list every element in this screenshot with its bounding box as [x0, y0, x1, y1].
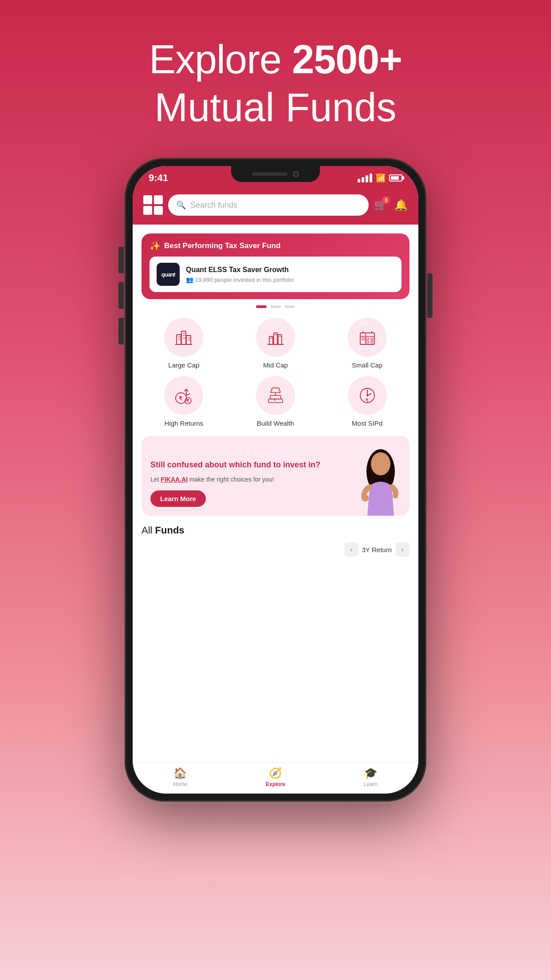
notch-speaker [252, 172, 287, 176]
build-wealth-icon: ₹ [256, 376, 295, 415]
learn-nav-label: Learn [364, 781, 378, 787]
svg-rect-33 [270, 395, 281, 399]
most-sipd-icon: ₹ [348, 376, 387, 415]
svg-point-42 [371, 452, 390, 475]
large-cap-icon [164, 318, 203, 357]
wifi-icon: 📶 [376, 173, 386, 183]
nav-item-home[interactable]: 🏠 Home [133, 767, 228, 787]
status-icons: 📶 [358, 173, 402, 183]
large-cap-label: Large Cap [168, 361, 199, 369]
app-header: 🔍 Search funds 🛒 3 🔔 [133, 187, 418, 225]
fund-name: Quant ELSS Tax Saver Growth [186, 265, 394, 275]
svg-point-43 [362, 494, 369, 502]
svg-rect-21 [362, 338, 364, 340]
svg-text:₹: ₹ [366, 398, 368, 403]
home-nav-label: Home [173, 781, 187, 787]
ai-desc: Let FIKAA.AI make the right choices for … [150, 475, 347, 484]
fund-logo: quant [157, 263, 180, 286]
search-bar[interactable]: 🔍 Search funds [168, 194, 369, 216]
ai-text: Still confused about which fund to inves… [150, 459, 347, 516]
app-content[interactable]: ✨ Best Performing Tax Saver Fund quant Q… [133, 225, 418, 762]
carousel-dot-1[interactable] [256, 305, 267, 308]
high-returns-label: High Returns [165, 419, 204, 427]
svg-point-39 [366, 395, 368, 396]
fund-row[interactable]: quant Quant ELSS Tax Saver Growth 👥 19,8… [150, 257, 401, 292]
return-label: 3Y Return [362, 546, 392, 553]
small-cap-label: Small Cap [352, 361, 382, 369]
signal-bars-icon [358, 174, 372, 182]
category-mid-cap[interactable]: Mid Cap [233, 318, 318, 369]
ai-banner: Still confused about which fund to inves… [142, 436, 409, 516]
people-icon: 👥 [186, 276, 193, 283]
phone-screen: 9:41 📶 🔍 Search funds [133, 166, 418, 794]
svg-rect-23 [371, 338, 373, 340]
cart-wrapper[interactable]: 🛒 3 [374, 199, 387, 211]
build-wealth-label: Build Wealth [257, 419, 294, 427]
status-time: 9:41 [149, 172, 168, 184]
svg-text:₹: ₹ [179, 395, 182, 402]
svg-rect-13 [278, 335, 282, 344]
category-high-returns[interactable]: ₹ ₹ High Returns [142, 376, 226, 427]
return-selector: ‹ 3Y Return › [142, 542, 409, 557]
learn-nav-icon: 🎓 [364, 767, 378, 779]
svg-rect-0 [177, 335, 181, 344]
svg-rect-25 [371, 341, 373, 343]
category-build-wealth[interactable]: ₹ Build Wealth [233, 376, 318, 427]
category-large-cap[interactable]: Large Cap [142, 318, 226, 369]
category-most-sipd[interactable]: ₹ Most SIPd [325, 376, 409, 427]
svg-rect-24 [366, 341, 369, 343]
bottom-nav: 🏠 Home 🧭 Explore 🎓 Learn [133, 762, 418, 794]
nav-item-explore[interactable]: 🧭 Explore [228, 767, 323, 787]
sparkle-icon: ✨ [150, 241, 161, 251]
small-cap-icon [348, 318, 387, 357]
fikaa-highlight: FIKAA.AI [161, 476, 188, 483]
search-placeholder: Search funds [190, 201, 237, 210]
search-icon: 🔍 [176, 200, 186, 210]
return-next-button[interactable]: › [395, 542, 409, 557]
cart-badge: 3 [382, 196, 390, 204]
phone-frame: 9:41 📶 🔍 Search funds [125, 158, 426, 802]
category-small-cap[interactable]: Small Cap [325, 318, 409, 369]
ai-title: Still confused about which fund to inves… [150, 459, 347, 470]
mid-cap-icon [256, 318, 295, 357]
header-actions: 🛒 3 🔔 [374, 199, 408, 211]
carousel-dot-2[interactable] [270, 305, 281, 308]
all-funds-title: All Funds [142, 525, 409, 536]
svg-rect-32 [268, 399, 283, 403]
mid-cap-label: Mid Cap [263, 361, 288, 369]
most-sipd-label: Most SIPd [352, 419, 382, 427]
svg-text:₹: ₹ [186, 399, 189, 403]
notch-camera [293, 171, 299, 177]
explore-nav-label: Explore [266, 781, 285, 787]
grid-menu-icon[interactable] [143, 195, 163, 215]
svg-rect-18 [360, 333, 374, 344]
banner-title: ✨ Best Performing Tax Saver Fund [150, 241, 401, 251]
categories-section: Large Cap [133, 311, 418, 434]
ai-woman-image [352, 445, 409, 516]
hero-line2: Mutual Funds [149, 83, 402, 131]
carousel-dot-3[interactable] [284, 305, 295, 308]
high-returns-icon: ₹ ₹ [164, 376, 203, 415]
learn-more-button[interactable]: Learn More [150, 490, 206, 507]
hero-line1: Explore 2500+ [149, 36, 402, 83]
nav-item-learn[interactable]: 🎓 Learn [323, 767, 418, 787]
explore-nav-icon: 🧭 [269, 767, 282, 779]
categories-grid: Large Cap [142, 318, 409, 434]
hero-section: Explore 2500+ Mutual Funds [149, 36, 402, 131]
notification-icon[interactable]: 🔔 [394, 199, 408, 211]
all-funds-section: All Funds ‹ 3Y Return › [133, 516, 418, 557]
phone-notch [231, 166, 320, 182]
fund-info: Quant ELSS Tax Saver Growth 👥 19,890 peo… [186, 265, 394, 284]
svg-rect-22 [366, 338, 369, 340]
banner-card[interactable]: ✨ Best Performing Tax Saver Fund quant Q… [142, 233, 409, 299]
return-prev-button[interactable]: ‹ [344, 542, 358, 557]
svg-rect-11 [269, 336, 273, 344]
battery-icon [389, 174, 402, 182]
carousel-dots [133, 305, 418, 308]
home-nav-icon: 🏠 [173, 767, 187, 779]
fund-subtitle: 👥 19,890 people invested in this portfol… [186, 276, 394, 283]
